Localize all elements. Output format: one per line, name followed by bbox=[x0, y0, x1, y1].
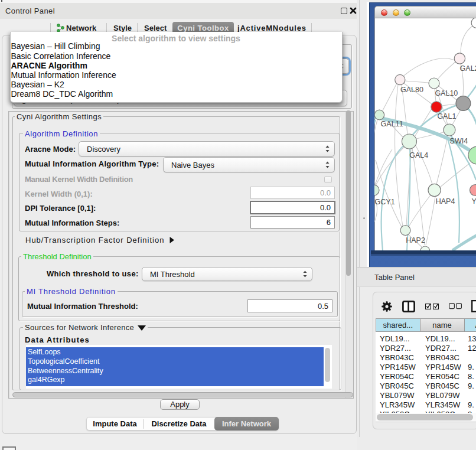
svg-text:GAL11: GAL11 bbox=[381, 120, 403, 128]
svg-text:GCY1: GCY1 bbox=[375, 198, 395, 206]
svg-text:GAL4: GAL4 bbox=[409, 151, 428, 159]
svg-text:Y: Y bbox=[472, 197, 476, 206]
svg-text:SWI4: SWI4 bbox=[450, 137, 468, 145]
svg-text:GAL10: GAL10 bbox=[435, 89, 458, 97]
svg-text:GAL2: GAL2 bbox=[460, 64, 476, 73]
svg-text:HAP2: HAP2 bbox=[406, 236, 425, 244]
svg-text:HAP4: HAP4 bbox=[436, 197, 455, 206]
svg-text:GAL80: GAL80 bbox=[400, 86, 423, 94]
svg-text:GAL1: GAL1 bbox=[437, 112, 456, 120]
